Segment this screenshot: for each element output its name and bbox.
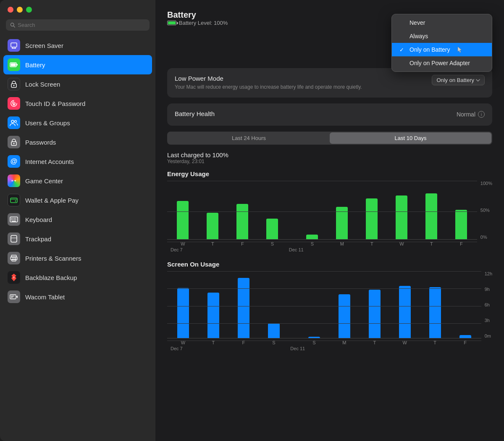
sidebar-label-passwords: Passwords [25,139,56,146]
svg-rect-29 [11,235,17,242]
lock-screen-icon [8,78,20,90]
svg-rect-27 [16,219,16,220]
maximize-button[interactable] [26,7,32,13]
sidebar-label-internet: Internet Accounts [25,158,74,165]
y-9h: 9h [485,287,492,292]
traffic-lights [0,0,155,18]
low-power-dropdown-trigger[interactable]: Only on Battery [432,75,485,85]
page-header: Battery Battery Level: 100% Never Always… [167,10,492,26]
svg-point-18 [15,201,16,202]
search-box[interactable] [6,19,150,31]
date-dec7-energy: Dec 7 [169,247,277,252]
date-dec11-energy: Dec 11 [289,247,475,252]
cursor-icon [457,46,462,53]
sidebar-item-wacom[interactable]: Wacom Tablet [3,287,152,306]
info-icon[interactable]: i [478,111,485,118]
sidebar-item-backblaze[interactable]: Backblaze Backup [3,268,152,287]
page-title: Battery [167,10,228,20]
sidebar-item-screen-saver[interactable]: Screen Saver [3,36,152,55]
dropdown-selected-value: Only on Battery [436,77,474,83]
svg-line-1 [13,26,15,27]
dropdown-menu[interactable]: Never Always ✓ Only on Battery Only on P… [391,14,492,72]
dropdown-option-power-adapter[interactable]: Only on Power Adapter [392,56,492,70]
low-power-description: Your Mac will reduce energy usage to inc… [175,84,362,91]
sidebar-label-lock-screen: Lock Screen [25,81,60,88]
sidebar-item-passwords[interactable]: Passwords [3,132,152,152]
option-battery-label: Only on Battery [410,46,450,53]
sidebar-label-trackpad: Trackpad [25,235,51,243]
last-charged-time: Yesterday, 23:01 [167,158,492,164]
sidebar-label-keyboard: Keyboard [25,216,52,223]
minimize-button[interactable] [17,7,23,13]
svg-rect-24 [11,219,12,220]
tabs-container: Last 24 Hours Last 10 Days [167,132,492,145]
sidebar: Screen Saver Battery Lock Screen [0,0,155,441]
sidebar-item-trackpad[interactable]: Trackpad [3,229,152,248]
screen-saver-icon [8,39,20,52]
svg-point-14 [13,143,15,144]
tab-24hours[interactable]: Last 24 Hours [168,132,330,144]
sidebar-label-touch-id: Touch ID & Password [25,100,85,107]
energy-usage-section: Energy Usage [167,170,492,252]
trackpad-icon [8,232,20,245]
battery-health-card: Battery Health Normal i [167,103,492,126]
close-button[interactable] [8,7,13,13]
y-6h: 6h [485,302,492,307]
internet-icon: @ [8,155,20,168]
low-power-label: Low Power Mode [175,75,362,82]
svg-rect-28 [12,221,16,222]
svg-rect-23 [16,218,16,219]
option-never-label: Never [410,19,425,26]
last-charged-title: Last charged to 100% [167,151,492,158]
battery-status-row: Battery Level: 100% [167,20,228,26]
sidebar-label-users: Users & Groups [25,119,70,127]
touch-id-icon [8,97,20,110]
dropdown-option-never[interactable]: Never [392,16,492,29]
svg-rect-21 [13,218,13,219]
sidebar-item-touch-id[interactable]: Touch ID & Password [3,94,152,113]
sidebar-item-game-center[interactable]: Game Center [3,171,152,190]
health-value: Normal [457,111,475,118]
svg-rect-7 [11,63,16,66]
search-input[interactable] [18,22,145,28]
game-center-icon [8,174,20,187]
main-content: Battery Battery Level: 100% Never Always… [155,0,504,441]
svg-point-16 [15,181,16,182]
svg-rect-20 [11,218,12,219]
sidebar-item-keyboard[interactable]: Keyboard [3,210,152,229]
sidebar-label-printers: Printers & Scanners [25,255,81,262]
date-dec7-screen: Dec 7 [169,346,278,351]
screen-on-section: Screen On Usage [167,261,492,351]
sidebar-item-wallet[interactable]: Wallet & Apple Pay [3,190,152,210]
health-row: Battery Health Normal i [175,110,485,119]
date-dec11-screen: Dec 11 [290,346,479,351]
sidebar-label-battery: Battery [25,61,45,69]
passwords-icon [8,136,20,148]
keyboard-icon [8,213,20,226]
last-charged: Last charged to 100% Yesterday, 23:01 [167,151,492,164]
y-0: 0% [480,235,492,240]
dropdown-option-always[interactable]: Always [392,29,492,43]
sidebar-item-battery[interactable]: Battery [3,55,152,74]
sidebar-item-printers[interactable]: Printers & Scanners [3,248,152,268]
svg-rect-26 [14,219,15,220]
low-power-mode-card: Low Power Mode Your Mac will reduce ener… [167,68,492,98]
sidebar-label-wacom: Wacom Tablet [25,293,65,301]
sidebar-item-lock-screen[interactable]: Lock Screen [3,74,152,94]
dropdown-option-battery[interactable]: ✓ Only on Battery [392,43,492,56]
y-12h: 12h [485,271,492,276]
svg-rect-25 [13,219,13,220]
battery-icon [8,58,20,71]
sidebar-item-internet[interactable]: @ Internet Accounts [3,152,152,171]
svg-point-12 [15,121,17,123]
sidebar-label-screen-saver: Screen Saver [25,42,63,49]
wacom-icon [8,290,20,303]
tab-10days[interactable]: Last 10 Days [330,132,491,144]
y-3h: 3h [485,318,492,323]
users-icon [8,116,20,129]
sidebar-item-users[interactable]: Users & Groups [3,113,152,132]
sidebar-list: Screen Saver Battery Lock Screen [0,36,155,441]
health-status: Normal i [457,111,485,118]
screen-on-title: Screen On Usage [167,261,492,268]
backblaze-icon [8,271,20,284]
